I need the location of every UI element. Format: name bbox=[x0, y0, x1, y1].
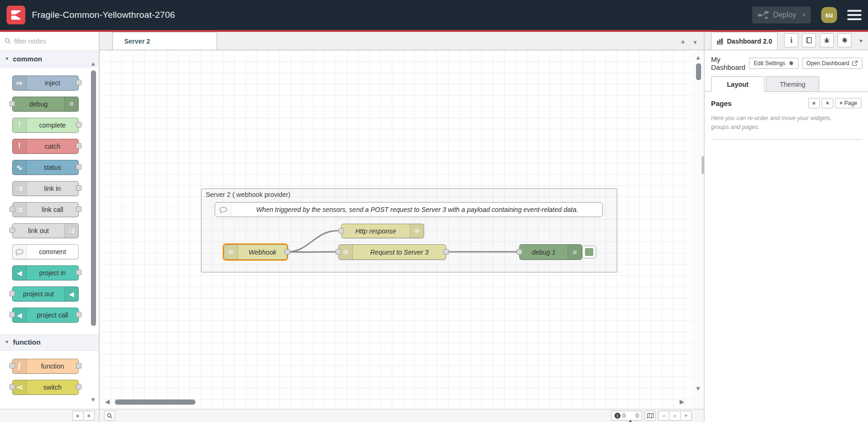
globe-icon: ⊕ bbox=[224, 245, 238, 259]
node-label: Http response bbox=[342, 224, 410, 238]
flow-list-chevron-icon[interactable]: ▾ bbox=[694, 39, 696, 45]
palette-node-complete[interactable]: ! complete bbox=[12, 118, 79, 133]
book-icon bbox=[806, 37, 812, 44]
external-link-icon bbox=[852, 60, 858, 66]
menu-bar bbox=[847, 14, 861, 16]
header: Fragile-Common-Yellowthroat-2706 Deploy … bbox=[0, 0, 868, 32]
project-logo-icon: ◀ bbox=[13, 266, 27, 280]
input-port[interactable] bbox=[338, 228, 344, 234]
right-sidebar: Dashboard 2.0 i bbox=[704, 32, 868, 422]
help-tab-button[interactable] bbox=[802, 33, 816, 47]
palette-node-inject[interactable]: ⇨ inject bbox=[12, 75, 79, 90]
zoom-in-button[interactable]: + bbox=[681, 411, 692, 421]
palette-collapse-all-button[interactable]: » bbox=[72, 411, 83, 421]
open-dashboard-button[interactable]: Open Dashboard bbox=[802, 58, 862, 69]
workspace-title: Fragile-Common-Yellowthroat-2706 bbox=[32, 10, 175, 20]
bar-chart-icon bbox=[717, 38, 724, 45]
input-port bbox=[9, 206, 15, 212]
flow-tab-server-2[interactable]: Server 2 bbox=[112, 32, 217, 50]
info-tab-button[interactable]: i bbox=[784, 33, 798, 47]
tab-theming[interactable]: Theming bbox=[766, 76, 819, 92]
zoom-reset-button[interactable]: ○ bbox=[669, 411, 681, 421]
move-page-up-button[interactable]: » bbox=[808, 98, 820, 108]
palette-node-project-call[interactable]: ◀ project call bbox=[12, 308, 79, 323]
palette-node-project-out[interactable]: ◀ project out bbox=[12, 286, 79, 301]
deploy-button[interactable]: Deploy ▾ bbox=[752, 7, 811, 23]
edit-settings-button[interactable]: Edit Settings bbox=[749, 58, 798, 69]
scroll-right-icon[interactable]: ▶ bbox=[680, 398, 684, 405]
scroll-down-icon[interactable]: ▼ bbox=[695, 385, 701, 392]
node-red-logo-icon bbox=[7, 6, 25, 24]
add-page-label: Page bbox=[844, 100, 857, 106]
zoom-out-button[interactable]: − bbox=[658, 411, 669, 421]
flow-tab-label: Server 2 bbox=[124, 38, 150, 45]
main-menu-button[interactable] bbox=[847, 8, 861, 22]
palette-node-label: inject bbox=[27, 76, 78, 90]
palette-node-debug[interactable]: ≡ debug bbox=[12, 97, 79, 112]
move-page-down-button[interactable]: » bbox=[822, 98, 833, 108]
dashboard-subtabs: Layout Theming bbox=[704, 76, 868, 92]
output-port bbox=[76, 206, 82, 212]
palette-scrollbar-thumb[interactable] bbox=[91, 70, 96, 326]
link-arrow-icon: ⇉ bbox=[64, 224, 78, 238]
project-logo-icon: ◀ bbox=[64, 287, 78, 301]
sidebar-menu-chevron-icon[interactable]: ▾ bbox=[860, 38, 868, 50]
comment-node[interactable]: When triggered by the sensors, send a PO… bbox=[215, 202, 603, 217]
output-port bbox=[76, 143, 82, 149]
speech-bubble-icon bbox=[215, 203, 232, 217]
palette-node-project-in[interactable]: ◀ project in bbox=[12, 265, 79, 280]
output-port[interactable] bbox=[443, 249, 449, 255]
input-port[interactable] bbox=[516, 249, 522, 255]
palette-node-comment[interactable]: comment bbox=[12, 244, 79, 259]
palette-node-link-in[interactable]: ⇉ link in bbox=[12, 181, 79, 196]
input-port bbox=[9, 363, 15, 369]
flow-canvas[interactable]: Server 2 ( webhook provider) When trigge… bbox=[99, 50, 704, 409]
palette-expand-all-button[interactable]: » bbox=[83, 411, 95, 421]
vertical-scrollbar-thumb[interactable] bbox=[696, 63, 701, 80]
debug-enable-toggle[interactable] bbox=[582, 246, 596, 258]
palette-category-common[interactable]: ▾ common bbox=[0, 51, 99, 68]
node-debug-1[interactable]: debug 1 ≡ bbox=[519, 244, 582, 260]
exclamation-icon: ! bbox=[13, 118, 27, 132]
pages-section: Pages » » + Page Here you can re-order a… bbox=[704, 92, 868, 146]
pages-title: Pages bbox=[711, 99, 732, 107]
palette-node-catch[interactable]: ! catch bbox=[12, 139, 79, 154]
palette-scroll-up-icon[interactable]: ▲ bbox=[90, 60, 96, 67]
output-port[interactable] bbox=[284, 249, 290, 255]
input-port[interactable] bbox=[336, 249, 341, 255]
sidebar-tab-label: Dashboard 2.0 bbox=[727, 38, 772, 45]
sidebar-resize-handle[interactable] bbox=[702, 156, 704, 174]
tab-layout[interactable]: Layout bbox=[711, 76, 764, 92]
sidebar-tab-dashboard[interactable]: Dashboard 2.0 bbox=[711, 32, 778, 50]
config-tab-button[interactable] bbox=[838, 33, 852, 47]
minimap-toggle-button[interactable] bbox=[644, 411, 656, 421]
palette-node-status[interactable]: ∿ status bbox=[12, 160, 79, 175]
palette-node-link-out[interactable]: ⇉ link out bbox=[12, 223, 79, 238]
comment-text: When triggered by the sensors, send a PO… bbox=[232, 203, 602, 217]
palette-node-switch[interactable]: Y switch bbox=[12, 380, 79, 395]
debug-tab-button[interactable] bbox=[820, 33, 834, 47]
node-request-to-server-3[interactable]: ⊕ Request to Server 3 bbox=[338, 244, 446, 260]
canvas-vertical-scrollbar[interactable]: ▲ ▼ bbox=[693, 50, 704, 409]
input-port bbox=[9, 291, 15, 296]
deploy-options-chevron-icon[interactable]: ▾ bbox=[802, 12, 805, 18]
user-avatar[interactable]: su bbox=[821, 7, 837, 23]
notifications-status[interactable]: ! 0 ! 0 bbox=[611, 411, 642, 421]
palette-scroll-down-icon[interactable]: ▼ bbox=[90, 396, 96, 403]
palette-search[interactable] bbox=[0, 32, 99, 51]
palette-node-function[interactable]: ƒ function bbox=[12, 359, 79, 374]
error-icon: ! bbox=[614, 413, 621, 419]
scroll-left-icon[interactable]: ◀ bbox=[105, 398, 110, 405]
canvas-search-button[interactable] bbox=[104, 411, 115, 421]
node-webhook-selected[interactable]: ⊕ Webhook bbox=[224, 244, 287, 260]
group-label: Server 2 ( webhook provider) bbox=[206, 191, 291, 198]
palette-category-function[interactable]: ▾ function bbox=[0, 334, 99, 351]
palette-node-link-call[interactable]: ⇉ link call bbox=[12, 202, 79, 217]
horizontal-scrollbar-thumb[interactable] bbox=[115, 399, 195, 405]
filter-nodes-input[interactable] bbox=[14, 38, 84, 45]
palette-node-label: status bbox=[27, 160, 78, 174]
add-flow-button[interactable]: + bbox=[681, 38, 685, 46]
add-page-button[interactable]: + Page bbox=[835, 98, 861, 108]
node-http-response[interactable]: Http response ⊕ bbox=[341, 224, 424, 238]
scroll-up-icon[interactable]: ▲ bbox=[695, 54, 701, 61]
